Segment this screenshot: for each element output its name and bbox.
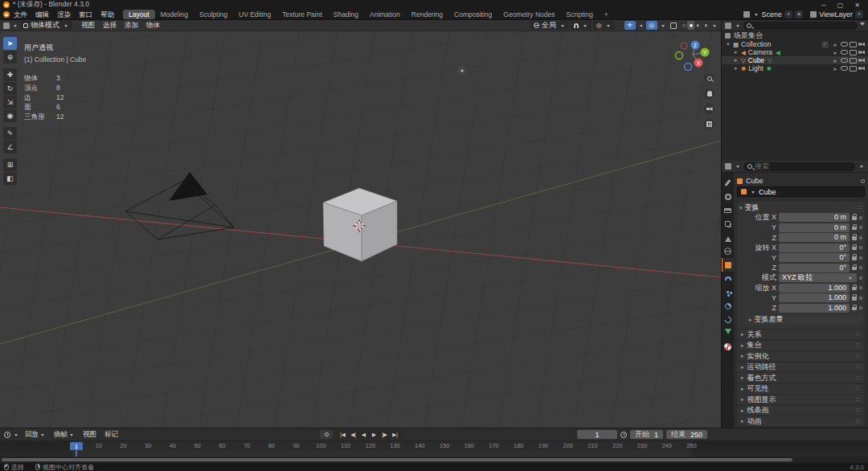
chevron-down-icon[interactable] (640, 25, 643, 29)
workspace-tab-uv-editing[interactable]: UV Editing (233, 10, 276, 19)
workspace-tab-texture-paint[interactable]: Texture Paint (276, 10, 328, 19)
lock-icon[interactable] (852, 287, 857, 291)
frame-end-field[interactable]: 结束 250 (666, 430, 707, 439)
lock-icon[interactable] (852, 256, 857, 260)
view-layer-selector[interactable]: ViewLayer (819, 10, 853, 18)
viewport-menu-3[interactable]: 物体 (142, 20, 164, 31)
show-gizmo-toggle[interactable]: ✛ (624, 21, 636, 30)
pointer-icon[interactable] (831, 65, 839, 72)
transform-value-field[interactable]: 1.000 (779, 284, 850, 293)
cube-object[interactable] (323, 188, 397, 261)
collapse-icon[interactable]: ▾ (727, 41, 733, 47)
timeline-menu-3[interactable]: 标记 (100, 429, 122, 440)
frame-start-field[interactable]: 开始 1 (630, 430, 663, 439)
pointer-icon[interactable] (831, 41, 839, 48)
topbar-menu-3[interactable]: 窗口 (75, 10, 96, 20)
topbar-menu-2[interactable]: 渲染 (53, 10, 75, 20)
collapsed-panel-4[interactable]: ▸着色方式∷ (737, 373, 865, 383)
timeline-ruler[interactable]: 1 10203040506070809010011012013014015016… (0, 440, 868, 450)
transform-tool-button[interactable]: ◉ (3, 109, 17, 122)
topbar-menu-4[interactable]: 帮助 (96, 10, 118, 20)
transform-value-field[interactable]: 0 m (779, 213, 850, 222)
add-cube-tool-button[interactable]: ⊞ (3, 158, 17, 171)
outliner-row-cube[interactable]: ▸▽Cube▽ (722, 56, 868, 64)
transform-value-field[interactable]: 0 m (779, 223, 850, 232)
decorator-dot-icon[interactable] (859, 236, 862, 240)
decorator-dot-icon[interactable] (859, 297, 862, 300)
cursor-tool-button[interactable]: ⊕ (3, 51, 17, 63)
collection-checkbox[interactable]: ✓ (822, 42, 828, 47)
timeline-editor-icon[interactable] (4, 432, 10, 438)
pointer-icon[interactable] (831, 49, 839, 56)
collapsed-panel-8[interactable]: ▸动画∷ (737, 416, 865, 426)
delta-transform-subpanel[interactable]: ▸ 变换差量 (746, 315, 862, 325)
viewport-menu-2[interactable]: 添加 (121, 20, 142, 31)
workspace-tab-add[interactable]: + (599, 10, 614, 19)
properties-tab-material[interactable] (722, 340, 734, 354)
axis-neg-z-icon[interactable] (685, 63, 692, 71)
timeline-menu-2[interactable]: 视图 (79, 429, 100, 440)
chevron-down-icon[interactable] (661, 25, 665, 29)
render-camera-icon[interactable] (858, 65, 866, 72)
jump-start-button[interactable]: |◀ (338, 430, 348, 439)
shading-rendered-button[interactable]: ◑ (702, 21, 709, 30)
chevron-down-icon[interactable] (14, 434, 18, 438)
decorator-dot-icon[interactable] (859, 266, 862, 269)
close-button[interactable]: ✕ (854, 2, 860, 9)
outliner-row-light[interactable]: ▸✺Light✺ (722, 64, 868, 72)
transform-value-field[interactable]: 1.000 (779, 293, 850, 302)
collapsed-panel-5[interactable]: ▸可见性∷ (737, 384, 865, 394)
workspace-tab-compositing[interactable]: Compositing (448, 10, 497, 19)
workspace-tab-modeling[interactable]: Modeling (155, 10, 194, 19)
transform-value-field[interactable]: 1.000 (779, 304, 850, 313)
measure-tool-button[interactable]: ∠ (3, 141, 17, 154)
axis-neg-y-icon[interactable] (676, 52, 683, 59)
topbar-menu-0[interactable]: 文件 (10, 10, 31, 20)
outliner-search-input[interactable] (743, 22, 858, 30)
jump-end-button[interactable]: ▶| (390, 430, 400, 439)
topbar-menu-1[interactable]: 编辑 (31, 10, 53, 20)
light-object[interactable] (459, 68, 466, 75)
screen-icon[interactable] (849, 41, 857, 48)
shading-solid-button[interactable]: ● (687, 21, 694, 30)
transform-value-field[interactable]: 0 m (779, 233, 850, 242)
app-menu-icon[interactable] (3, 11, 10, 18)
new-view-layer-button[interactable]: + (855, 10, 863, 18)
decorator-dot-icon[interactable] (859, 306, 862, 309)
workspace-tab-layout[interactable]: Layout (123, 10, 155, 19)
eye-icon[interactable] (840, 57, 848, 64)
lock-icon[interactable] (852, 216, 857, 220)
properties-tab-data[interactable] (722, 326, 734, 340)
workspace-tab-scripting[interactable]: Scripting (561, 10, 599, 19)
proportional-editing-dropdown[interactable]: ◎ (593, 21, 615, 30)
show-overlays-toggle[interactable]: ◎ (646, 21, 657, 30)
axis-neg-x-icon[interactable] (681, 43, 687, 49)
decorator-dot-icon[interactable] (859, 256, 862, 260)
decorator-dot-icon[interactable] (859, 276, 862, 280)
decorator-dot-icon[interactable] (859, 216, 862, 219)
properties-tab-tool[interactable] (722, 176, 734, 190)
scrollbar-thumb[interactable] (2, 458, 792, 461)
expand-icon[interactable]: ▸ (735, 65, 741, 72)
screen-icon[interactable] (849, 65, 857, 72)
prev-keyframe-button[interactable]: ◀| (348, 430, 358, 439)
lock-icon[interactable] (852, 297, 857, 301)
pointer-icon[interactable] (831, 57, 839, 64)
eye-icon[interactable] (840, 41, 848, 48)
chevron-down-icon[interactable] (713, 25, 716, 29)
workspace-tab-rendering[interactable]: Rendering (406, 10, 448, 19)
eye-icon[interactable] (840, 49, 848, 56)
unlink-scene-button[interactable]: ✕ (795, 10, 803, 18)
workspace-tab-animation[interactable]: Animation (364, 10, 406, 19)
expand-icon[interactable]: ▸ (735, 49, 741, 55)
xray-toggle[interactable] (668, 21, 679, 30)
scene-selector[interactable]: Scene (762, 10, 783, 18)
collapsed-panel-1[interactable]: ▸集合∷ (737, 341, 865, 350)
shading-material-preview-button[interactable]: ◐ (694, 21, 702, 30)
properties-editor-icon[interactable] (725, 163, 731, 170)
render-camera-icon[interactable] (858, 57, 866, 64)
move-tool-button[interactable]: ✚ (3, 68, 17, 81)
maximize-button[interactable]: ▢ (837, 2, 844, 9)
properties-tab-output[interactable] (722, 203, 734, 217)
viewport-menu-0[interactable]: 视图 (77, 20, 99, 31)
